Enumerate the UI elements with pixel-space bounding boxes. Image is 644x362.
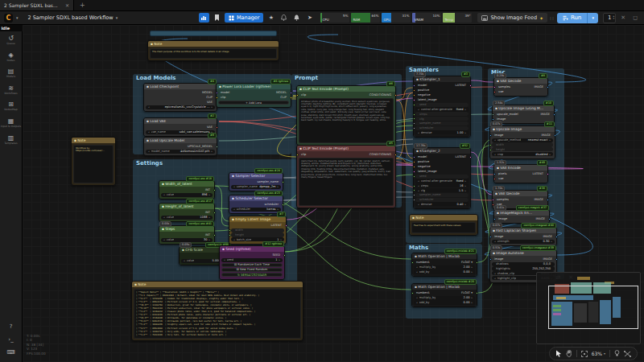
widget-input-slot[interactable]: steps (415, 112, 469, 116)
show-image-feed-button[interactable]: Show Image Feed ✦ (477, 13, 547, 23)
slot-dot-in[interactable] (489, 134, 492, 137)
node-title[interactable]: ▪ VAE Encode (494, 165, 547, 171)
widget-left-arrow[interactable]: ◂ (224, 258, 225, 261)
node-title[interactable]: ▪ ImageMagick En… (494, 210, 549, 216)
widget-left-arrow[interactable]: ◂ (418, 203, 419, 206)
slot-dot-out[interactable] (547, 173, 549, 175)
slot-dot-in[interactable] (413, 94, 415, 97)
widget-row[interactable]: ◂steps16▸ (415, 183, 469, 187)
sidebar-item-models[interactable]: ▤Models (0, 64, 23, 81)
slot-dot-in[interactable] (413, 175, 415, 178)
node-title[interactable]: ▪ Note (72, 138, 115, 143)
imagemagick-enhance[interactable]: comfyui-magick #370.41s▪ ImageMagick En…… (493, 209, 550, 224)
slot-dot-in[interactable] (413, 189, 415, 191)
node-title[interactable]: ▪ Height_of_latent (159, 204, 214, 209)
slot-dot-in[interactable] (493, 178, 496, 180)
slot-dot-in[interactable] (413, 84, 415, 87)
widget-left-arrow[interactable]: ◂ (148, 130, 150, 134)
node-text[interactable]: | **Aspect Ratio** | **Resolution (Width… (134, 289, 301, 339)
widget-right-arrow[interactable]: ▸ (471, 270, 473, 274)
node-button[interactable]: ⚄ New Fixed Random (221, 268, 283, 272)
node-text[interactable]: Amateur photo of a beautiful young woman… (299, 98, 394, 143)
node-title[interactable]: ▪ Seed (rgthree) (220, 246, 284, 252)
slot-dot-in[interactable] (489, 236, 492, 238)
node-text[interactable]: The main purpose of this workflow is to … (150, 48, 277, 59)
slot-dot-out[interactable] (290, 97, 292, 99)
node-title[interactable]: ▪ VAE Decode (493, 191, 547, 196)
widget-left-arrow[interactable]: ◂ (418, 108, 419, 111)
workflow-tab[interactable]: 2 Sampler SDXL bas... ✕ (0, 0, 74, 10)
widget-right-arrow[interactable]: ▸ (277, 208, 279, 211)
slot-dot-out[interactable] (283, 254, 286, 257)
slot-dot-in[interactable] (413, 117, 415, 120)
note-resolutions[interactable]: ▪ Note| **Aspect Ratio** | **Resolution … (131, 281, 303, 341)
node-title[interactable]: ▪ Scheduler Selector (229, 195, 283, 201)
sampler-selector[interactable]: comfyui-ess #24▪ Sampler Selectorsampler… (229, 172, 283, 191)
minimap-viewport[interactable] (548, 286, 638, 329)
widget-right-arrow[interactable]: ▸ (549, 153, 551, 156)
run-button[interactable]: Run (557, 13, 587, 23)
sidebar-help-button[interactable]: ? (0, 320, 23, 333)
slot-dot-in[interactable] (296, 154, 299, 156)
slot-dot-out[interactable] (469, 156, 472, 158)
slot-dot-in[interactable] (493, 218, 496, 220)
widget-row[interactable]: ◂model_name4xNomosUniDAT.pth▸ (146, 150, 215, 154)
power-lora-loader[interactable]: #8 rgthree▪ Power Lora Loader (rgthree)m… (216, 83, 291, 108)
slot-dot-out[interactable] (216, 126, 218, 129)
new-tab-button[interactable]: + (74, 0, 91, 10)
fast-laplacian-sharpen[interactable]: comfyui-imagewt #400.07s▪ Fast Laplacian… (489, 227, 557, 246)
lightbulb-icon[interactable] (614, 350, 620, 357)
clip-text-encode-negative[interactable]: #5▪ CLIP Text Encode (Prompt)clipCONDITI… (296, 145, 396, 208)
widget-row[interactable]: ◂strength0.30▸ (492, 240, 555, 244)
node-title[interactable]: ▪ VAE Decode (494, 78, 547, 84)
widget-row[interactable]: ◂upscale_methodnearest-exact▸ (492, 138, 553, 142)
slot-dot-out[interactable] (213, 212, 216, 214)
widget-left-arrow[interactable]: ◂ (148, 105, 150, 109)
slot-dot-out[interactable] (555, 236, 558, 238)
widget-right-arrow[interactable]: ▸ (464, 179, 466, 183)
node-title[interactable]: ▪ Note (148, 41, 279, 47)
widget-row[interactable]: ◂control after generatefixed▸ (415, 107, 469, 111)
widget-right-arrow[interactable]: ▸ (208, 238, 210, 241)
widget-row[interactable]: ◂value896▸ (161, 193, 213, 197)
widget-row[interactable]: ◂vae_namesdxl_vae.safetensors▸ (146, 130, 215, 134)
widget-left-arrow[interactable]: ◂ (148, 150, 150, 153)
widget-left-arrow[interactable]: ◂ (163, 216, 165, 219)
node-title[interactable]: ▪ Empty Latent Image (229, 216, 286, 222)
widget-input-slot[interactable]: width (492, 142, 553, 146)
upscale-image[interactable]: #110.07s▪ Upscale ImageimageIMAGE◂upscal… (489, 125, 555, 159)
widget-left-arrow[interactable]: ◂ (418, 184, 419, 187)
ksampler-1[interactable]: #37.70s▪ KSampler_1modelLATENTpositivene… (413, 76, 471, 138)
widget-left-arrow[interactable]: ◂ (494, 138, 496, 142)
sidebar-item-queue[interactable]: ↺Queue (0, 31, 23, 48)
tab-close-icon[interactable]: ✕ (65, 2, 69, 8)
slot-dot-in[interactable] (229, 229, 231, 232)
slot-dot-in[interactable] (493, 86, 496, 88)
pointer-tool-icon[interactable] (555, 350, 562, 357)
manager-button[interactable]: Manager (225, 13, 264, 23)
widget-right-arrow[interactable]: ▸ (464, 189, 466, 192)
widget-right-arrow[interactable]: ▸ (208, 216, 210, 219)
slot-dot-out[interactable] (285, 224, 287, 227)
widget-right-arrow[interactable]: ▸ (471, 301, 473, 304)
fit-view-icon[interactable] (581, 351, 588, 357)
slot-dot-in[interactable] (493, 173, 496, 175)
node-title[interactable]: ▪ Note (132, 282, 303, 287)
slot-dot-in[interactable] (492, 199, 494, 201)
node-text[interactable]: (deformed iris, deformed pupils, semi-re… (299, 158, 394, 206)
slot-dot-in[interactable] (413, 89, 415, 92)
widget-right-arrow[interactable]: ▸ (464, 131, 466, 134)
widget-left-arrow[interactable]: ◂ (416, 296, 418, 299)
widget-left-arrow[interactable]: ◂ (494, 240, 496, 243)
slot-dot-in[interactable] (216, 97, 218, 99)
node-title[interactable]: ▪ Load VAE (144, 118, 217, 124)
seed-rgthree[interactable]: #12 rgthree▪ Seed (rgthree)SEED◂seed1▸⚄ … (219, 245, 285, 280)
slot-dot-in[interactable] (489, 144, 492, 146)
bookmark-icon[interactable] (212, 13, 222, 23)
widget-left-arrow[interactable]: ◂ (494, 272, 496, 275)
node-title[interactable]: ▪ Image Autotone (490, 250, 556, 256)
slot-dot-out[interactable] (216, 146, 218, 148)
widget-row[interactable]: ◂cropdisabled▸ (492, 152, 553, 156)
slot-dot-in[interactable] (492, 118, 494, 121)
slot-dot-out[interactable] (553, 113, 555, 116)
